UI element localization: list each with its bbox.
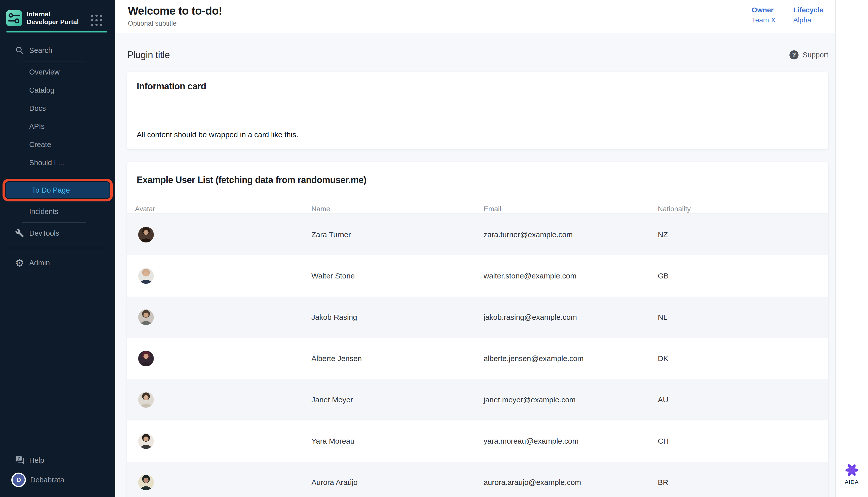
sidebar-accent-rule — [6, 31, 107, 32]
sidebar-item-label: Admin — [29, 259, 50, 267]
table-row: Zara Turnerzara.turner@example.comNZ — [127, 214, 828, 255]
sidebar-item-label: Should I ... — [29, 159, 64, 167]
sidebar-divider — [6, 446, 109, 447]
right-strip: AIDA — [835, 0, 868, 497]
table-header-row: AvatarNameEmailNationality — [127, 203, 828, 214]
user-list-title: Example User List (fetching data from ra… — [137, 175, 828, 185]
sidebar-item-apis[interactable]: APIs — [0, 117, 115, 136]
plugin-title: Plugin title — [127, 49, 170, 60]
sidebar: Internal Developer Portal SearchOverview… — [0, 0, 115, 497]
apps-grid-icon[interactable] — [91, 15, 102, 26]
cell-nationality: NZ — [658, 230, 668, 239]
sidebar-item-create[interactable]: Create — [0, 136, 115, 154]
cell-email: yara.moreau@example.com — [483, 437, 579, 445]
page-subtitle: Optional subtitle — [128, 20, 177, 27]
sidebar-item-should-i[interactable]: Should I ... — [0, 154, 115, 172]
column-header-name: Name — [312, 205, 330, 213]
avatar — [138, 227, 154, 242]
table-row: Aurora Araújoaurora.araujo@example.comBR — [127, 462, 828, 497]
cell-name: Janet Meyer — [312, 396, 353, 404]
sidebar-item-help[interactable]: ? Help — [0, 451, 115, 469]
gear-icon: ⚙ — [15, 258, 25, 268]
avatar — [138, 268, 154, 284]
avatar — [138, 433, 154, 449]
lifecycle-label[interactable]: Lifecycle — [793, 6, 823, 14]
icon-spacer — [15, 207, 25, 216]
content-area: Plugin title ? Support Information card … — [115, 33, 835, 497]
cell-nationality: DK — [658, 354, 668, 363]
user-avatar: D — [13, 474, 25, 486]
sidebar-item-label: APIs — [29, 122, 45, 131]
sidebar-nav: SearchOverviewCatalogDocsAPIsCreateShoul… — [0, 41, 115, 272]
cell-email: jakob.rasing@example.com — [483, 313, 577, 322]
sidebar-item-label: Help — [29, 456, 44, 465]
help-chat-icon: ? — [15, 455, 25, 465]
sidebar-item-label: To Do Page — [32, 186, 70, 194]
sidebar-item-label: Catalog — [29, 86, 54, 95]
owner-value[interactable]: Team X — [752, 16, 776, 24]
search-icon — [15, 45, 25, 55]
cell-name: Walter Stone — [312, 272, 355, 280]
icon-spacer — [15, 158, 25, 168]
cell-name: Yara Moreau — [312, 437, 355, 445]
sidebar-item-incidents[interactable]: Incidents — [0, 202, 115, 221]
cell-nationality: BR — [658, 478, 668, 487]
annotation-highlight-ring: To Do Page — [2, 179, 113, 201]
sidebar-divider — [22, 222, 86, 223]
sidebar-item-admin[interactable]: ⚙Admin — [0, 254, 115, 272]
column-header-email: Email — [483, 205, 501, 213]
table-row: Janet Meyerjanet.meyer@example.comAU — [127, 379, 828, 421]
avatar — [138, 351, 154, 366]
cell-name: Aurora Araújo — [312, 478, 358, 487]
cell-nationality: NL — [658, 313, 667, 322]
cell-nationality: AU — [658, 396, 668, 404]
sidebar-item-search[interactable]: Search — [0, 41, 115, 59]
column-header-avatar: Avatar — [135, 205, 155, 213]
sidebar-item-label: Docs — [29, 104, 46, 113]
sidebar-divider — [6, 248, 109, 248]
table-body: Zara Turnerzara.turner@example.comNZWalt… — [127, 214, 828, 497]
table-row: Walter Stonewalter.stone@example.comGB — [127, 255, 828, 297]
sidebar-item-catalog[interactable]: Catalog — [0, 81, 115, 99]
page-title: Welcome to to-do! — [128, 4, 222, 17]
sidebar-item-devtools[interactable]: DevTools — [0, 224, 115, 242]
svg-text:?: ? — [17, 456, 20, 461]
watermark-label: AIDA — [845, 479, 859, 485]
sliders-logo-icon — [6, 10, 22, 26]
table-row: Jakob Rasingjakob.rasing@example.comNL — [127, 297, 828, 338]
cell-email: janet.meyer@example.com — [483, 396, 576, 404]
meta-owner: Owner Team X — [752, 6, 776, 24]
lifecycle-value[interactable]: Alpha — [793, 16, 823, 24]
logo-row[interactable]: Internal Developer Portal — [6, 10, 79, 26]
information-card-title: Information card — [137, 81, 819, 91]
sidebar-footer: ? Help D Debabrata — [0, 446, 115, 497]
support-label: Support — [802, 51, 828, 59]
cell-name: Alberte Jensen — [312, 354, 362, 363]
sidebar-item-label: Overview — [29, 68, 60, 76]
sidebar-divider — [22, 61, 86, 61]
meta-lifecycle: Lifecycle Alpha — [793, 6, 823, 24]
cell-nationality: GB — [658, 272, 669, 280]
cell-name: Jakob Rasing — [312, 313, 357, 322]
sidebar-user[interactable]: D Debabrata — [0, 469, 115, 491]
table-row: Yara Moreauyara.moreau@example.comCH — [127, 421, 828, 462]
cell-email: alberte.jensen@example.com — [483, 354, 583, 363]
cell-email: aurora.araujo@example.com — [483, 478, 581, 487]
column-header-nationality: Nationality — [658, 205, 691, 213]
plugin-header-row: Plugin title ? Support — [127, 49, 828, 60]
user-name: Debabrata — [30, 476, 64, 484]
sidebar-item-to-do-page[interactable]: To Do Page — [6, 182, 110, 198]
watermark: AIDA — [836, 463, 868, 485]
header-meta: Owner Team X Lifecycle Alpha — [752, 6, 823, 24]
aida-flower-icon — [844, 463, 859, 477]
sidebar-item-docs[interactable]: Docs — [0, 99, 115, 117]
icon-spacer — [15, 85, 25, 95]
user-list-card: Example User List (fetching data from ra… — [127, 162, 828, 497]
sidebar-item-overview[interactable]: Overview — [0, 63, 115, 81]
sidebar-item-label: Incidents — [29, 208, 58, 216]
owner-label[interactable]: Owner — [752, 6, 776, 14]
support-button[interactable]: ? Support — [790, 51, 828, 59]
sidebar-item-label: Create — [29, 141, 51, 149]
avatar — [138, 474, 154, 490]
cell-email: zara.turner@example.com — [483, 230, 573, 239]
